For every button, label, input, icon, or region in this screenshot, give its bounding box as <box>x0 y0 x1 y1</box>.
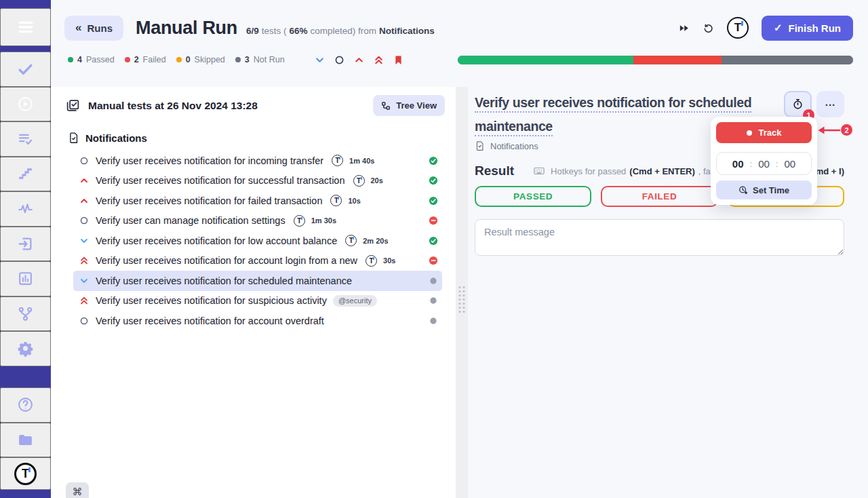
tests-count: 6/9 <box>246 26 259 36</box>
track-time-button[interactable]: 1 <box>784 91 812 117</box>
testomat-badge-icon: T <box>345 235 357 246</box>
pulse-icon <box>17 200 34 217</box>
filter-bookmark-icon[interactable] <box>393 55 403 65</box>
play-circle-icon <box>17 96 34 113</box>
filter-circle-outline-icon[interactable] <box>334 55 344 65</box>
sidebar-item-list-check[interactable] <box>0 121 51 157</box>
sidebar-item-help[interactable] <box>0 387 51 423</box>
status-dot-icon <box>176 57 182 62</box>
sidebar-item-bar-chart[interactable] <box>0 261 51 296</box>
run-progress-summary: 6/9 tests ( 66% completed) from Notifica… <box>246 26 435 36</box>
panel-divider[interactable] <box>456 87 468 498</box>
passed-status-icon <box>429 236 438 246</box>
test-list: Verify user receives notification for in… <box>51 151 456 331</box>
time-input[interactable]: 00 : 00 : 00 <box>716 152 812 175</box>
drag-handle-icon[interactable] <box>459 286 465 313</box>
double-chevron-up-icon <box>79 296 89 305</box>
notrun-status-icon <box>429 276 438 286</box>
run-title: Manual tests at 26 Nov 2024 13:28 <box>88 100 258 112</box>
status-dot-icon <box>235 57 241 62</box>
test-detail-panel: Verify user receives notification for sc… <box>468 87 868 498</box>
command-palette-button[interactable]: ⌘ <box>66 482 89 498</box>
test-row[interactable]: Verify user receives notification for in… <box>73 151 442 171</box>
test-title: Verify user receives notification for ac… <box>96 315 324 326</box>
test-title: Verify user receives notification for su… <box>96 295 327 306</box>
page-title: Manual Run <box>136 18 237 39</box>
detail-actions: 1 ... <box>784 91 844 117</box>
fast-forward-icon[interactable] <box>678 22 690 34</box>
status-chip-not-run[interactable]: 3 Not Run <box>235 55 285 64</box>
test-title: Verify user receives notification for fa… <box>96 195 322 206</box>
filter-icons <box>315 55 403 65</box>
topbar: « Runs Manual Run 6/9 tests ( 66% comple… <box>51 0 868 42</box>
test-row[interactable]: Verify user receives notification for fa… <box>73 191 442 211</box>
retry-timer-icon[interactable] <box>703 22 714 34</box>
suite-label: Notifications <box>85 132 147 144</box>
passed-button[interactable]: PASSED <box>475 186 591 207</box>
time-minutes: 00 <box>758 158 770 170</box>
more-options-button[interactable]: ... <box>816 91 844 117</box>
status-dot-icon <box>125 57 130 62</box>
test-row[interactable]: Verify user receives notification for ac… <box>73 251 442 271</box>
sidebar-item-gear[interactable] <box>0 331 51 366</box>
branch-icon <box>17 305 34 322</box>
result-message-input[interactable] <box>475 219 844 256</box>
track-button[interactable]: Track <box>716 122 812 143</box>
test-duration: 1m 30s <box>311 216 336 225</box>
check-icon <box>17 60 34 77</box>
time-hours: 00 <box>732 158 744 170</box>
import-icon <box>17 235 34 252</box>
progress-segment-1 <box>633 56 722 64</box>
test-title: Verify user receives notification for lo… <box>96 235 337 246</box>
bar-chart-icon <box>17 270 34 287</box>
test-row[interactable]: Verify user receives notification for su… <box>73 171 442 191</box>
test-row[interactable]: Verify user receives notification for su… <box>73 291 442 311</box>
sidebar-item-pulse[interactable] <box>0 191 51 227</box>
sidebar-item-import[interactable] <box>0 227 51 262</box>
passed-status-icon <box>429 176 438 185</box>
set-time-button[interactable]: Set Time <box>716 180 812 199</box>
sidebar-item-check[interactable] <box>0 52 51 87</box>
sidebar-item-play-circle[interactable] <box>0 87 51 122</box>
failed-status-icon <box>429 256 438 265</box>
filter-chevron-down-icon[interactable] <box>315 55 325 65</box>
testomat-logo-icon: T <box>14 463 37 485</box>
suite-file-icon <box>475 141 485 151</box>
progress-segment-2 <box>722 56 853 64</box>
gear-icon <box>17 340 34 357</box>
test-tag: @security <box>333 295 377 307</box>
test-list-panel: Manual tests at 26 Nov 2024 13:28 Tree V… <box>51 87 456 498</box>
passed-status-icon <box>429 196 438 206</box>
test-row[interactable]: Verify user receives notification for lo… <box>73 231 442 251</box>
test-duration: 10s <box>348 197 360 205</box>
sidebar-item-branch[interactable] <box>0 296 51 332</box>
failed-button[interactable]: FAILED <box>601 186 717 207</box>
back-to-runs-label: Runs <box>87 22 113 34</box>
sidebar-item-logo[interactable]: T <box>0 457 51 490</box>
sidebar-item-folder[interactable] <box>0 423 51 458</box>
status-chip-passed[interactable]: 4 Passed <box>68 55 115 64</box>
annotation-arrow: 2 <box>816 124 852 136</box>
test-title: Verify user receives notification for ac… <box>96 255 357 266</box>
suite-header[interactable]: Notifications <box>68 132 445 144</box>
test-row[interactable]: Verify user can manage notification sett… <box>73 211 442 231</box>
menu-icon[interactable] <box>0 8 51 46</box>
test-duration: 1m 40s <box>349 157 374 165</box>
time-tracking-popup: Track 00 : 00 : 00 Set Time 2 <box>711 117 817 205</box>
sidebar-item-stairs[interactable] <box>0 157 51 192</box>
notrun-status-icon <box>429 296 438 305</box>
test-row[interactable]: Verify user receives notification for sc… <box>73 271 442 291</box>
testomat-badge-icon: T <box>353 175 365 187</box>
finish-run-button[interactable]: ✓ Finish Run <box>762 16 853 41</box>
hotkey-fragment: md + I) <box>816 166 844 176</box>
back-to-runs-button[interactable]: « Runs <box>64 16 123 41</box>
status-chip-failed[interactable]: 2 Failed <box>125 55 166 64</box>
tree-view-button[interactable]: Tree View <box>373 95 445 116</box>
filter-chevron-up-icon[interactable] <box>354 55 364 65</box>
test-row[interactable]: Verify user receives notification for ac… <box>73 311 442 331</box>
tree-icon <box>381 101 391 111</box>
status-chip-skipped[interactable]: 0 Skipped <box>176 55 225 64</box>
filter-double-chevron-up-icon[interactable] <box>374 55 384 65</box>
circle-icon <box>79 316 89 326</box>
test-title: Verify user receives notification for sc… <box>96 275 352 286</box>
